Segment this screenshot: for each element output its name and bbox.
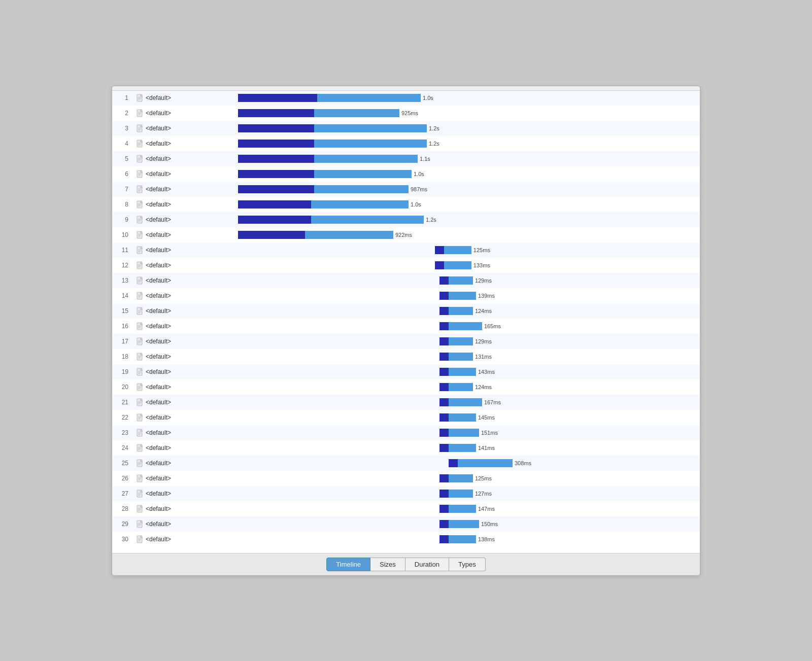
row-timeline: 1.0s — [234, 166, 700, 182]
timeline-bar: 1.2s — [238, 124, 439, 132]
file-icon — [137, 124, 144, 132]
timeline-bar: 922ms — [238, 231, 412, 239]
table-row[interactable]: 7 <default>987ms — [112, 182, 700, 197]
col-header-timeline — [234, 86, 700, 91]
table-row[interactable]: 2 <default>925ms — [112, 106, 700, 121]
bar-dark-segment — [439, 520, 449, 528]
network-table: 1 <default>1.0s2 <default>925ms3 <defaul… — [112, 86, 700, 547]
tab-sizes[interactable]: Sizes — [370, 558, 405, 571]
resource-name: <default> — [146, 338, 171, 345]
table-row[interactable]: 25 <default>308ms — [112, 456, 700, 471]
table-row[interactable]: 15 <default>124ms — [112, 303, 700, 319]
table-row[interactable]: 8 <default>1.0s — [112, 197, 700, 212]
row-resource: <default> — [132, 273, 234, 288]
table-row[interactable]: 3 <default>1.2s — [112, 121, 700, 136]
file-icon — [137, 216, 144, 224]
table-row[interactable]: 27 <default>127ms — [112, 486, 700, 501]
bar-label: 150ms — [481, 521, 498, 527]
table-row[interactable]: 4 <default>1.2s — [112, 136, 700, 151]
bar-label: 124ms — [475, 384, 492, 390]
row-resource: <default> — [132, 425, 234, 440]
bar-label: 129ms — [475, 277, 492, 284]
table-row[interactable]: 13 <default>129ms — [112, 273, 700, 288]
table-row[interactable]: 17 <default>129ms — [112, 334, 700, 349]
resource-name: <default> — [146, 201, 171, 208]
file-icon — [137, 505, 144, 513]
table-row[interactable]: 1 <default>1.0s — [112, 90, 700, 106]
file-icon — [137, 535, 144, 543]
table-row[interactable]: 16 <default>165ms — [112, 319, 700, 334]
bar-dark-segment — [238, 94, 317, 102]
table-row[interactable]: 11 <default>125ms — [112, 242, 700, 258]
timeline-bar: 1.1s — [238, 155, 430, 163]
bar-light-segment — [444, 246, 471, 254]
table-row[interactable]: 14 <default>139ms — [112, 288, 700, 303]
file-icon — [137, 140, 144, 148]
bar-label: 147ms — [478, 506, 495, 512]
timeline-bar: 1.0s — [238, 200, 421, 208]
resource-name: <default> — [146, 94, 171, 101]
table-row[interactable]: 26 <default>125ms — [112, 471, 700, 486]
row-num: 4 — [112, 136, 132, 151]
table-row[interactable]: 19 <default>143ms — [112, 364, 700, 379]
tab-types[interactable]: Types — [449, 558, 486, 571]
tab-timeline[interactable]: Timeline — [326, 558, 370, 571]
table-row[interactable]: 18 <default>131ms — [112, 349, 700, 364]
table-row[interactable]: 6 <default>1.0s — [112, 166, 700, 182]
table-row[interactable]: 10 <default>922ms — [112, 227, 700, 242]
bar-label: 165ms — [484, 323, 501, 329]
row-num: 20 — [112, 379, 132, 395]
timeline-bar: 1.0s — [238, 94, 433, 102]
table-row[interactable]: 24 <default>141ms — [112, 440, 700, 456]
row-num: 6 — [112, 166, 132, 182]
col-header-num — [112, 86, 132, 91]
table-row[interactable]: 29 <default>150ms — [112, 516, 700, 532]
timeline-bar: 1.2s — [238, 216, 436, 224]
row-num: 8 — [112, 197, 132, 212]
col-header-resource — [132, 86, 234, 91]
bar-light-segment — [311, 200, 409, 208]
row-num: 25 — [112, 456, 132, 471]
bar-dark-segment — [439, 383, 449, 391]
bar-light-segment — [449, 429, 479, 437]
bar-label: 131ms — [475, 354, 492, 360]
bar-dark-segment — [435, 246, 444, 254]
row-resource: <default> — [132, 227, 234, 242]
timeline-bar: 124ms — [439, 307, 492, 315]
file-icon — [137, 246, 144, 254]
row-num: 16 — [112, 319, 132, 334]
tab-duration[interactable]: Duration — [405, 558, 449, 571]
table-row[interactable]: 21 <default>167ms — [112, 395, 700, 410]
row-timeline: 1.0s — [234, 90, 700, 106]
table-row[interactable]: 9 <default>1.2s — [112, 212, 700, 227]
bar-label: 925ms — [401, 110, 418, 116]
resource-name: <default> — [146, 262, 171, 269]
table-row[interactable]: 5 <default>1.1s — [112, 151, 700, 166]
bar-dark-segment — [238, 140, 314, 148]
bar-dark-segment — [439, 474, 449, 482]
table-row[interactable]: 28 <default>147ms — [112, 501, 700, 516]
row-resource: <default> — [132, 182, 234, 197]
table-row[interactable]: 22 <default>145ms — [112, 410, 700, 425]
table-row[interactable]: 23 <default>151ms — [112, 425, 700, 440]
file-icon — [137, 322, 144, 330]
resource-name: <default> — [146, 520, 171, 528]
timeline-bar: 127ms — [439, 490, 492, 498]
table-container[interactable]: 1 <default>1.0s2 <default>925ms3 <defaul… — [112, 86, 700, 553]
table-row[interactable]: 12 <default>133ms — [112, 258, 700, 273]
resource-name: <default> — [146, 186, 171, 193]
row-num: 29 — [112, 516, 132, 532]
row-resource: <default> — [132, 90, 234, 106]
row-timeline: 925ms — [234, 106, 700, 121]
table-row[interactable]: 20 <default>124ms — [112, 379, 700, 395]
timeline-bar: 150ms — [439, 520, 498, 528]
bar-dark-segment — [439, 368, 449, 376]
row-timeline: 151ms — [234, 425, 700, 440]
bar-light-segment — [449, 474, 473, 482]
row-timeline: 167ms — [234, 395, 700, 410]
row-timeline: 141ms — [234, 440, 700, 456]
bar-dark-segment — [439, 398, 449, 406]
table-row[interactable]: 30 <default>138ms — [112, 532, 700, 547]
bar-dark-segment — [439, 307, 449, 315]
row-timeline: 145ms — [234, 410, 700, 425]
